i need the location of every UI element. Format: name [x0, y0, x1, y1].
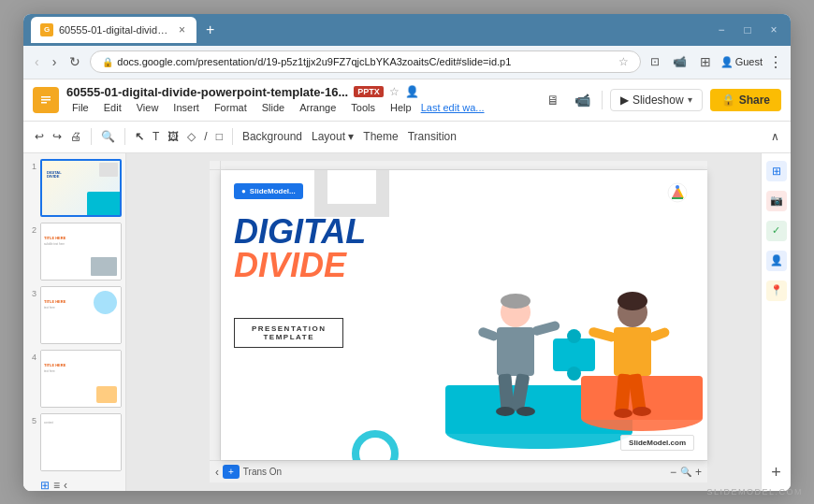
minimize-button[interactable]: −	[712, 23, 731, 36]
slide-thumb-2[interactable]: 2 TITLE HERE subtitle text here	[27, 223, 122, 281]
shapes-button[interactable]: ◇	[183, 127, 199, 146]
theme-button[interactable]: Theme	[359, 127, 401, 146]
cursor-button[interactable]: ↖	[131, 127, 148, 146]
close-button[interactable]: ×	[764, 23, 783, 36]
svg-rect-3	[41, 102, 47, 104]
slide-thumbnail-3[interactable]: TITLE HERE text here	[40, 286, 122, 344]
zoom-button[interactable]: 🔍	[97, 127, 119, 146]
url-bar[interactable]: 🔒 docs.google.com/presentation/d/19-p5z1…	[90, 50, 640, 73]
lock-icon: 🔒	[102, 57, 113, 67]
collapse-panel-button[interactable]: ∧	[767, 127, 783, 146]
toolbar-right: 🖥 📹 ▶ Slideshow ▾ 🔒 Share	[543, 89, 781, 111]
menu-tools[interactable]: Tools	[345, 100, 381, 115]
teal-circle-deco	[352, 430, 399, 460]
print-button[interactable]: 🖨	[66, 127, 85, 146]
menu-edit[interactable]: Edit	[98, 100, 127, 115]
meet-button[interactable]: 📹	[669, 51, 690, 72]
zoom-out-button[interactable]: −	[670, 466, 676, 479]
slide-thumbnail-2[interactable]: TITLE HERE subtitle text here	[40, 223, 122, 281]
slideshow-dropdown-icon[interactable]: ▾	[688, 94, 692, 105]
slide-thumbnail-4[interactable]: TITLE HERE text here	[40, 350, 122, 408]
check-icon[interactable]: ✓	[766, 221, 787, 241]
svg-point-11	[501, 294, 531, 309]
back-button[interactable]: ‹	[31, 52, 43, 71]
url-text: docs.google.com/presentation/d/19-p5z1tj…	[117, 56, 511, 67]
menu-format[interactable]: Format	[209, 100, 253, 115]
slideshow-label: Slideshow	[632, 94, 684, 107]
redo-button[interactable]: ↪	[49, 127, 65, 146]
slide-thumb-5[interactable]: 5 content	[27, 413, 122, 471]
apps-button[interactable]: ⊞	[696, 50, 715, 73]
svg-point-23	[618, 292, 647, 310]
separator-1	[91, 128, 92, 145]
text-button[interactable]: T	[149, 127, 163, 146]
browser-menu-button[interactable]: ⋮	[768, 53, 783, 71]
slides-panel-icon[interactable]: ⊞	[766, 161, 787, 181]
line-button[interactable]: /	[200, 127, 211, 146]
svg-rect-20	[567, 329, 581, 343]
title-bar: G 60555-01-digital-divide-powerp... × + …	[23, 14, 791, 46]
video-button[interactable]: 📹	[571, 89, 594, 111]
reload-button[interactable]: ↻	[65, 52, 84, 71]
svg-point-5	[676, 185, 679, 189]
last-edit-link[interactable]: Last edit wa...	[421, 102, 485, 113]
panel-toggle-button[interactable]: ‹	[64, 479, 67, 491]
scroll-left-button[interactable]: ‹	[215, 466, 219, 479]
map-icon[interactable]: 📍	[766, 281, 787, 301]
list-view-button[interactable]: ≡	[53, 479, 60, 491]
cast-button[interactable]: ⊡	[647, 51, 663, 72]
account-icon[interactable]: 👤	[405, 85, 419, 98]
slide-thumb-1[interactable]: 1 DIGITALDIVIDE	[27, 159, 122, 217]
add-slide-button[interactable]: +	[223, 465, 240, 479]
star-icon[interactable]: ☆	[389, 85, 400, 98]
zoom-in-button[interactable]: +	[695, 466, 702, 479]
title-digital: DIGITAL	[234, 215, 366, 249]
slide-canvas[interactable]: ● SlideModel...	[221, 170, 707, 460]
transition-button[interactable]: Transition	[404, 127, 460, 146]
slide-thumb-3[interactable]: 3 TITLE HERE text here	[27, 286, 122, 344]
person-icon[interactable]: 👤	[766, 251, 787, 271]
share-label: Share	[739, 94, 770, 107]
menu-file[interactable]: File	[66, 100, 94, 115]
slide-number-4: 4	[27, 350, 36, 362]
lock-icon: 🔒	[721, 94, 735, 107]
comment-button[interactable]: □	[212, 127, 226, 146]
slide-thumbnail-1[interactable]: DIGITALDIVIDE	[40, 159, 122, 217]
right-icon-bar: ⊞ 📷 ✓ 👤 📍 +	[761, 153, 791, 491]
slide-logo: ● SlideModel...	[234, 183, 303, 199]
menu-slide[interactable]: Slide	[256, 100, 290, 115]
slideshow-icon: ▶	[620, 94, 629, 107]
bookmark-icon[interactable]: ☆	[618, 55, 629, 68]
svg-rect-26	[648, 326, 671, 342]
svg-rect-14	[531, 320, 561, 336]
zoom-group: 🔍	[97, 127, 119, 146]
share-button[interactable]: 🔒 Share	[710, 89, 781, 111]
slide-title-digital: DIGITAL DIVIDE	[234, 215, 366, 282]
background-button[interactable]: Background	[239, 127, 306, 146]
user-button[interactable]: 👤 Guest	[720, 56, 763, 68]
menu-insert[interactable]: Insert	[167, 100, 205, 115]
browser-tab[interactable]: G 60555-01-digital-divide-powerp... ×	[31, 17, 196, 43]
slideshow-button[interactable]: ▶ Slideshow ▾	[610, 89, 703, 111]
add-panel-button[interactable]: +	[766, 463, 787, 483]
slide-thumb-4[interactable]: 4 TITLE HERE text here	[27, 350, 122, 408]
canvas-area: ● SlideModel...	[126, 153, 791, 491]
menu-arrange[interactable]: Arrange	[294, 100, 342, 115]
trans-on-badge: Trans On	[243, 467, 282, 477]
grid-view-button[interactable]: ⊞	[40, 479, 50, 491]
menu-help[interactable]: Help	[385, 100, 417, 115]
monitor-button[interactable]: 🖥	[543, 89, 563, 111]
maximize-button[interactable]: □	[738, 23, 757, 36]
undo-redo-group: ↩ ↪ 🖨	[31, 127, 85, 146]
new-tab-button[interactable]: +	[206, 22, 214, 38]
svg-rect-21	[567, 367, 581, 381]
camera-icon[interactable]: 📷	[766, 191, 787, 211]
tab-close-button[interactable]: ×	[177, 23, 187, 36]
slide-thumbnail-5[interactable]: content	[40, 413, 122, 471]
image-button[interactable]: 🖼	[164, 127, 182, 146]
forward-button[interactable]: ›	[49, 52, 61, 71]
menu-view[interactable]: View	[131, 100, 165, 115]
undo-button[interactable]: ↩	[31, 127, 48, 146]
svg-point-18	[516, 407, 535, 416]
layout-button[interactable]: Layout ▾	[308, 127, 357, 146]
